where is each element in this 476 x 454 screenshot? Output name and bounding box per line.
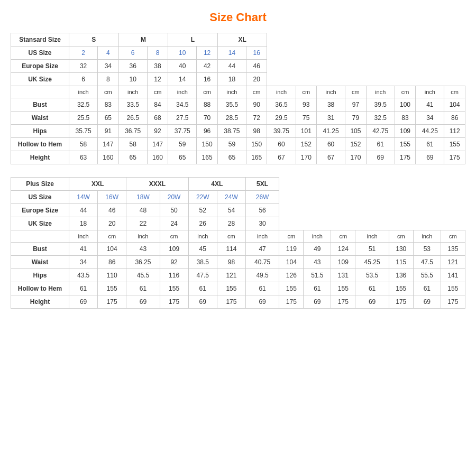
- plus-eu-6: 56: [245, 204, 279, 217]
- std-hips-5: 96: [197, 125, 218, 138]
- plus-hips-13: 141: [441, 269, 465, 282]
- std-height-14: 69: [416, 151, 444, 164]
- std-sub-5: cm: [197, 86, 218, 98]
- plus-sub-11: cm: [389, 230, 413, 243]
- plus-waist-0: 34: [69, 256, 98, 269]
- std-sub-2: inch: [118, 86, 147, 98]
- plus-col-XXXL: XXXL: [126, 178, 188, 191]
- std-height-0: 63: [69, 151, 98, 164]
- std-bust-8: 36.5: [267, 98, 296, 112]
- std-hips-7: 98: [246, 125, 267, 138]
- plus-waist-7: 104: [279, 256, 304, 269]
- std-waist-7: 72: [246, 112, 267, 125]
- plus-uk-4: 26: [188, 217, 217, 230]
- std-hips-0: 35.75: [69, 125, 98, 138]
- plus-waist-4: 38.5: [188, 256, 217, 269]
- plus-height-13: 175: [441, 295, 465, 309]
- plus-waist-3: 92: [160, 256, 188, 269]
- std-hips-12: 42.75: [366, 125, 395, 138]
- plus-hollow-2: 61: [126, 282, 160, 295]
- hips-label: Hips: [11, 125, 69, 138]
- empty-cell: [11, 86, 69, 98]
- std-bust-6: 35.5: [217, 98, 246, 112]
- plus-us-1: 16W: [98, 191, 126, 204]
- plus-hips-4: 47.5: [188, 269, 217, 282]
- standard-size-label: Stansard Size: [11, 33, 69, 47]
- std-height-2: 65: [118, 151, 147, 164]
- eu-46: 46: [246, 60, 267, 73]
- height-label: Height: [11, 151, 69, 164]
- std-hips-2: 36.75: [118, 125, 147, 138]
- std-height-9: 170: [296, 151, 317, 164]
- eu-38: 38: [147, 60, 168, 73]
- plus-eu-1: 46: [98, 204, 126, 217]
- std-height-6: 65: [217, 151, 246, 164]
- us-8: 8: [147, 47, 168, 60]
- plus-height-0: 69: [69, 295, 98, 309]
- std-hollow-10: 60: [317, 138, 345, 151]
- std-sub-12: inch: [366, 86, 395, 98]
- plus-sub-9: cm: [331, 230, 355, 243]
- std-hips-11: 105: [345, 125, 367, 138]
- eu-40: 40: [168, 60, 197, 73]
- plus-uk-6: 30: [245, 217, 279, 230]
- std-bust-13: 100: [395, 98, 416, 112]
- std-waist-11: 79: [345, 112, 367, 125]
- std-bust-14: 41: [416, 98, 444, 112]
- uk-8: 8: [98, 73, 119, 86]
- plus-hips-11: 136: [389, 269, 413, 282]
- std-waist-0: 25.5: [69, 112, 98, 125]
- us-12: 12: [197, 47, 218, 60]
- std-height-10: 67: [317, 151, 345, 164]
- us-14: 14: [217, 47, 246, 60]
- hollow-label: Hollow to Hem: [11, 138, 69, 151]
- std-sub-1: cm: [98, 86, 119, 98]
- std-height-8: 67: [267, 151, 296, 164]
- plus-waist-10: 45.25: [355, 256, 389, 269]
- std-hips-14: 44.25: [416, 125, 444, 138]
- plus-uk-3: 24: [160, 217, 188, 230]
- plus-eu-4: 52: [188, 204, 217, 217]
- std-height-7: 165: [246, 151, 267, 164]
- plus-eu-5: 54: [217, 204, 245, 217]
- std-hips-15: 112: [444, 125, 465, 138]
- plus-hips-2: 45.5: [126, 269, 160, 282]
- plus-bust-6: 47: [245, 243, 279, 256]
- uk-10: 10: [118, 73, 147, 86]
- plus-height-10: 69: [355, 295, 389, 309]
- plus-col-XXL: XXL: [69, 178, 126, 191]
- std-waist-2: 26.5: [118, 112, 147, 125]
- std-hips-8: 39.75: [267, 125, 296, 138]
- std-hips-10: 41.25: [317, 125, 345, 138]
- plus-us-4: 22W: [188, 191, 217, 204]
- plus-bust-13: 135: [441, 243, 465, 256]
- plus-sub-8: inch: [304, 230, 331, 243]
- plus-sub-13: cm: [441, 230, 465, 243]
- std-hollow-4: 59: [168, 138, 197, 151]
- plus-sub-6: inch: [245, 230, 279, 243]
- uk-18: 18: [217, 73, 246, 86]
- plus-empty: [11, 230, 69, 243]
- plus-col-4XL: 4XL: [188, 178, 245, 191]
- std-sub-4: inch: [168, 86, 197, 98]
- plus-sub-2: inch: [126, 230, 160, 243]
- plus-size-label: Plus Size: [11, 178, 69, 191]
- std-waist-3: 68: [147, 112, 168, 125]
- std-hollow-8: 60: [267, 138, 296, 151]
- plus-height-6: 69: [245, 295, 279, 309]
- uk-14: 14: [168, 73, 197, 86]
- plus-bust-3: 109: [160, 243, 188, 256]
- plus-height-12: 69: [413, 295, 441, 309]
- std-waist-14: 34: [416, 112, 444, 125]
- plus-sub-12: inch: [413, 230, 441, 243]
- plus-hips-5: 121: [217, 269, 245, 282]
- std-sub-6: inch: [217, 86, 246, 98]
- std-bust-3: 84: [147, 98, 168, 112]
- plus-us-6: 26W: [245, 191, 279, 204]
- std-height-12: 69: [366, 151, 395, 164]
- std-bust-15: 104: [444, 98, 465, 112]
- std-hollow-12: 61: [366, 138, 395, 151]
- uk-12: 12: [147, 73, 168, 86]
- us-4: 4: [98, 47, 119, 60]
- std-sub-11: cm: [345, 86, 367, 98]
